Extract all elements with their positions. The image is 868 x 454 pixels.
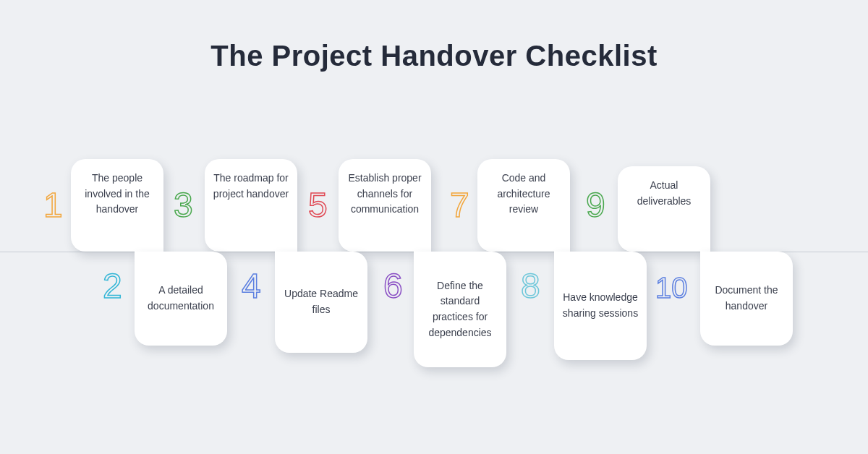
step-label: Document the handover — [707, 283, 786, 314]
step-card-2: A detailed documentation — [135, 252, 227, 346]
step-number-1: 1 — [43, 188, 63, 223]
step-number-3: 3 — [174, 188, 193, 223]
step-number-2: 2 — [103, 269, 122, 304]
step-card-6: Define the standard practices for depend… — [414, 252, 506, 367]
step-label: A detailed documentation — [142, 283, 220, 314]
step-label: Establish proper channels for communicat… — [348, 172, 421, 215]
step-card-10: Document the handover — [700, 252, 793, 346]
step-label: The roadmap for project handover — [213, 172, 289, 200]
diagram-canvas: 1 The people involved in the handover 3 … — [0, 0, 868, 454]
step-card-4: Update Readme files — [275, 252, 367, 353]
step-label: Update Readme files — [282, 286, 360, 317]
step-card-1: The people involved in the handover — [71, 159, 163, 252]
step-label: Define the standard practices for depend… — [421, 278, 499, 341]
step-label: Have knowledge sharing sessions — [561, 290, 639, 321]
step-label: The people involved in the handover — [85, 172, 150, 215]
step-number-6: 6 — [383, 269, 403, 304]
step-card-8: Have knowledge sharing sessions — [554, 252, 647, 360]
step-label: Code and architecture review — [497, 172, 550, 215]
step-number-4: 4 — [242, 269, 261, 304]
step-number-9: 9 — [586, 188, 605, 223]
step-card-9: Actual deliverables — [618, 166, 710, 252]
step-number-7: 7 — [450, 188, 469, 223]
step-card-3: The roadmap for project handover — [205, 159, 297, 252]
step-card-5: Establish proper channels for communicat… — [339, 159, 431, 252]
step-number-8: 8 — [521, 269, 540, 304]
step-number-10: 10 — [655, 273, 688, 302]
step-label: Actual deliverables — [637, 179, 692, 207]
step-number-5: 5 — [308, 188, 328, 223]
step-card-7: Code and architecture review — [477, 159, 570, 252]
